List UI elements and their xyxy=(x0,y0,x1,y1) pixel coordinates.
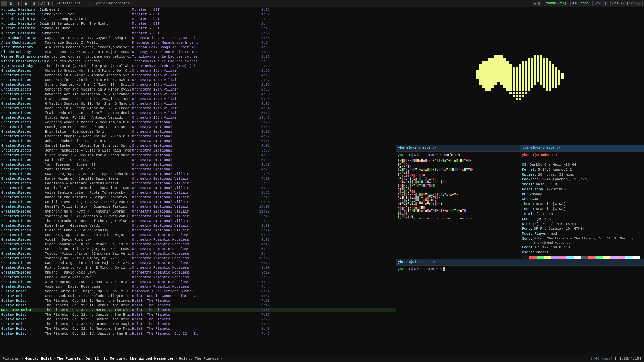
table-row[interactable]: GreatestPieces Onward – David Ross Lawn … xyxy=(0,270,396,275)
btn-c[interactable]: C xyxy=(38,1,45,6)
table-row[interactable]: GreatestPieces Swan Lake, Op.20, Act II … xyxy=(0,172,396,176)
table-row[interactable]: GreatestPieces 6 Violin Sonatas Op 10b N… xyxy=(0,101,396,106)
table-row[interactable]: GreatestPieces Dies Irae – Giuseppe Verd… xyxy=(0,223,396,228)
table-row[interactable]: Wiener Philharmoniker Le Lac des cygnes:… xyxy=(0,59,396,64)
table-row[interactable]: Gustav Holst The Planets, Op. 32: 5. Sat… xyxy=(0,317,396,322)
table-row[interactable]: GreatestPieces String Quartet No 8 in C … xyxy=(0,82,396,87)
table-row[interactable]: GreatestPieces Concerto for Two Violins … xyxy=(0,87,396,92)
table-row[interactable]: Aram Khachaturian Maskerade-Suite: I. Wa… xyxy=(0,40,396,45)
table-row[interactable]: GreatestPieces Danse Macabre – Camille S… xyxy=(0,176,396,181)
table-row[interactable]: GreatestPieces 3 Impromptus, Op.90, D. 8… xyxy=(0,280,396,284)
table-row[interactable]: Kuniaki Haishima, Davi We'll Be Waiting … xyxy=(0,21,396,26)
table-row[interactable]: Gustav Holst The Planets, Op. 32: 7. Nep… xyxy=(0,326,396,331)
table-row[interactable]: GreatestPieces Yann Tiersen – Sur Le Fil… xyxy=(0,167,396,172)
col-title: Devil's Trill Sonata – Giuseppe Tartini xyxy=(45,205,132,209)
btn-e[interactable]: E xyxy=(23,1,30,6)
table-row[interactable]: GreatestPieces Luna – David Ross Lawn Or… xyxy=(0,275,396,280)
table-row[interactable]: GreatestPieces Clair de Lune – Claude De… xyxy=(0,228,396,233)
music-panel[interactable]: Kuniaki Haishima, Davi Present Monster -… xyxy=(0,7,396,355)
table-row[interactable]: GreatestPieces Concerto for 2 Violins in… xyxy=(0,78,396,82)
col-album: Holst: The Planets xyxy=(132,327,199,331)
col-genre xyxy=(199,22,253,26)
table-row[interactable]: Gustav Holst The Planets, Op. 32: 4. Jup… xyxy=(0,312,396,317)
col-title: Maskerade-Suite: I. Waltz xyxy=(45,41,132,45)
col-genre xyxy=(199,50,253,54)
table-row[interactable]: Kuniaki Haishima, Davi It's A Long Way T… xyxy=(0,17,396,21)
table-row[interactable]: Igor Stravinsky 4 Russian Peasant Songs,… xyxy=(0,45,396,50)
table-row[interactable]: GreatestPieces Carnival of the Animals –… xyxy=(0,186,396,190)
app-icon: ♪ xyxy=(1,1,7,6)
table-row[interactable]: Gustav Holst Second Suite in F Major, Op… xyxy=(0,289,396,294)
table-row[interactable]: GreatestPieces Lacrimosa – Wolfgang Amad… xyxy=(0,181,396,186)
btn-h[interactable]: H xyxy=(46,1,52,6)
col-genre xyxy=(199,139,253,143)
col-genre xyxy=(199,186,253,190)
table-row[interactable]: Gustav Holst The Planets, Op. 32: 6. Ura… xyxy=(0,322,396,326)
table-row[interactable]: GreatestPieces Nocturne in C Sharp Minor… xyxy=(0,106,396,111)
table-row[interactable]: GreatestPieces Ludwig Van Beethoven – Pi… xyxy=(0,125,396,129)
btn-b[interactable]: B xyxy=(8,1,14,6)
btn-s[interactable]: S xyxy=(31,1,37,6)
table-row[interactable]: GreatestPieces Wolfgang Amadeus Mozart -… xyxy=(0,120,396,125)
palette-swatch xyxy=(588,256,596,259)
table-row[interactable]: Kuniaki Haishima, Davi The More I See Mo… xyxy=(0,12,396,17)
table-row[interactable]: GreatestPieces Yann Tiersen – Summer 78 … xyxy=(0,162,396,167)
table-row[interactable]: GreatestPieces Carl Orff – O Fortuna Orc… xyxy=(0,158,396,162)
table-row[interactable]: GreatestPieces Concerto, Op. 9: No. 2 in… xyxy=(0,233,396,237)
table-row[interactable]: GreatestPieces Symphony No. 2 in E Minor… xyxy=(0,256,396,261)
table-row[interactable]: Aram Khachaturian Gayane Suite No. 3: IV… xyxy=(0,36,396,40)
col-title: The More I See xyxy=(45,12,132,16)
col-artist: Gustav Holst xyxy=(1,303,45,307)
table-row[interactable]: Kuniaki Haishima, Davi Present Monster -… xyxy=(0,7,396,12)
table-row[interactable]: GreatestPieces Piano Concerto No. 23: II… xyxy=(0,97,396,101)
table-row[interactable]: Wiener Philharmoniker Le Lac des cygnes:… xyxy=(0,54,396,59)
table-row[interactable]: GreatestPieces Erik Satie – Gymnopedie N… xyxy=(0,129,396,134)
table-row[interactable]: GreatestPieces The Nutcracker: Dance of … xyxy=(0,219,396,223)
table-row[interactable]: GreatestPieces Vigil – David Ross Lawn O… xyxy=(0,237,396,242)
col-genre xyxy=(199,172,253,176)
table-row[interactable]: GreatestPieces Clint Mansell – Requiem f… xyxy=(0,153,396,158)
table-row[interactable]: GreatestPieces Valse Sentimentale – Pyot… xyxy=(0,190,396,195)
table-row[interactable]: GreatestPieces Serenade No. 1 in F Major… xyxy=(0,247,396,251)
table-row[interactable]: GreatestPieces Raymonda Act II: Variatio… xyxy=(0,92,396,97)
table-row[interactable]: Gustav Holst The Planets, Op. 32: I. Mar… xyxy=(0,298,396,303)
bitrate: (446 kbps) xyxy=(591,357,613,361)
table-row[interactable]: Gustav Holst The Planets, Op. 32: II. Ve… xyxy=(0,303,396,308)
term-left-content[interactable]: ybeneI@winchester ~ $ neofetch █▪██▒■▪▒▓… xyxy=(396,152,520,259)
col-album: Orchestra 19th Villain xyxy=(132,83,199,87)
col-album: Orchestra Romantic Hopeless xyxy=(132,275,199,279)
table-row[interactable]: GreatestPieces Stabat Mater RV 621 – Ant… xyxy=(0,115,396,120)
table-row[interactable]: GreatestPieces Symphony No.9, Mvmt 4 – A… xyxy=(0,209,396,214)
table-row[interactable]: GreatestPieces Valerian – David Ross Law… xyxy=(0,284,396,289)
term-right-title[interactable]: ybeneI@winchester:~ xyxy=(520,145,644,152)
bottom-term-content[interactable]: ybeneI@winchester ~ $ xyxy=(396,266,644,355)
table-row[interactable]: GreatestPieces Piano Concerto No. 1 in E… xyxy=(0,265,396,270)
table-row[interactable]: Kuniaki Haishima, Davi Make It Home Mons… xyxy=(0,26,396,31)
table-row[interactable]: GreatestPieces Concerto Grosso No. 8 in … xyxy=(0,68,396,73)
table-row[interactable]: GreatestPieces Frédéric Chopin – Nocturn… xyxy=(0,134,396,139)
table-row[interactable]: GreatestPieces Concerto in G Minor – Tom… xyxy=(0,73,396,78)
table-row[interactable]: GreatestPieces Devil's Trill Sonata – Gi… xyxy=(0,204,396,209)
table-row[interactable]: Kuniaki Haishima, Davi Changes Monster -… xyxy=(0,31,396,36)
btn-t[interactable]: T xyxy=(16,1,22,6)
col-duration: 3:37 xyxy=(253,238,270,242)
col-duration: 16:08 xyxy=(253,205,270,209)
table-row[interactable]: GreatestPieces Johann Pachelbel – Suite'… xyxy=(0,148,396,153)
table-row[interactable]: GreatestPieces Tosca: "Vissi d'arte" (In… xyxy=(0,251,396,256)
minimize-btn[interactable]: Minimize tail xyxy=(54,2,86,5)
table-row[interactable]: GreatestPieces Piano Sonata No. 8 in C M… xyxy=(0,242,396,247)
table-row[interactable]: GreatestPieces Samuel Barber – Adagio fo… xyxy=(0,143,396,148)
table-row[interactable]: GreatestPieces Johann Pachelbel – Canon … xyxy=(0,139,396,143)
table-row[interactable]: ▶▶Gustav Holst The Planets, Op. 32: 3. M… xyxy=(0,308,396,312)
table-row[interactable]: Gustav Holst Green Book Suite: I. Prelud… xyxy=(0,294,396,298)
col-genre xyxy=(199,64,253,68)
table-row[interactable]: GreatestPieces Coriolan Overture, Op. 62… xyxy=(0,200,396,204)
col-artist: Aram Khachaturian xyxy=(1,41,45,45)
table-row[interactable]: GreatestPieces "Fais Dodoini, Cher enfan… xyxy=(0,111,396,115)
table-row[interactable]: Gustav Holst The Planets, Op. 32: IV. Ju… xyxy=(0,331,396,336)
table-row[interactable]: GreatestPieces Dance of the Knights – Se… xyxy=(0,195,396,200)
table-row[interactable]: Claude Debussy Arabesques: L. 66 No. 1 i… xyxy=(0,50,396,54)
table-row[interactable]: GreatestPieces Symphony No.7, Allegretto… xyxy=(0,214,396,219)
table-row[interactable]: Igor Stravinsky The Firebird (version fo… xyxy=(0,64,396,68)
table-row[interactable]: GreatestPieces Canon and Gigue in D Mino… xyxy=(0,261,396,265)
